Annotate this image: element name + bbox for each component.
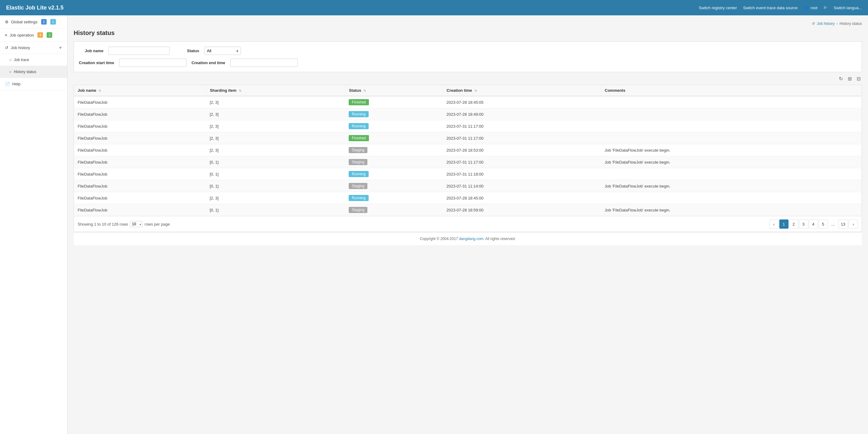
cell-comments: Job 'FileDataFlowJob' execute begin. xyxy=(601,156,862,168)
status-badge: Staging xyxy=(349,159,367,165)
cell-creation-time: 2023-07-28 18:59:00 xyxy=(443,204,601,216)
settings-icon: ⚙ xyxy=(5,20,9,24)
cell-creation-time: 2023-07-28 18:45:05 xyxy=(443,96,601,108)
table-row: FileDataFlowJob [0, 1] Running 2023-07-3… xyxy=(74,168,862,180)
col-comments-label: Comments xyxy=(604,88,625,93)
breadcrumb-icon: ↺ xyxy=(812,22,815,26)
sidebar-label-help: Help xyxy=(12,82,21,86)
user-icon: 👤 xyxy=(804,5,809,10)
per-page-wrapper: 10 25 50 xyxy=(130,221,143,227)
status-badge: Finished xyxy=(349,135,369,141)
page-button-5[interactable]: 5 xyxy=(818,219,828,229)
filter-section: Job name Status All Finished Running Sta… xyxy=(74,41,862,72)
footer-link[interactable]: dangdang.com xyxy=(459,237,483,241)
job-history-icon: ↺ xyxy=(5,45,8,50)
cell-status: Staging xyxy=(345,180,443,192)
cell-job-name: FileDataFlowJob xyxy=(74,156,206,168)
cell-creation-time: 2023-07-31 11:17:00 xyxy=(443,120,601,132)
page-button-2[interactable]: 2 xyxy=(789,219,798,229)
creation-end-input[interactable] xyxy=(230,59,298,67)
cell-creation-time: 2023-07-28 18:49:00 xyxy=(443,108,601,120)
table-row: FileDataFlowJob [2, 3] Running 2023-07-2… xyxy=(74,192,862,204)
sidebar-submenu-job-history: ○ Job trace ○ History status xyxy=(0,54,67,78)
status-select[interactable]: All Finished Running Staging xyxy=(204,46,241,55)
badge-2: 1 xyxy=(50,19,56,25)
sidebar-item-job-history[interactable]: ↺ Job history ▼ xyxy=(0,42,67,54)
col-status-label: Status xyxy=(349,88,361,93)
refresh-icon[interactable]: ↻ xyxy=(838,74,844,83)
col-sharding-label: Sharding item xyxy=(210,88,237,93)
pagination: ‹ 1 2 3 4 5 ... 13 › xyxy=(770,219,858,229)
page-button-1[interactable]: 1 xyxy=(779,219,788,229)
status-badge: Staging xyxy=(349,183,367,189)
creation-start-input[interactable] xyxy=(119,59,187,67)
cell-sharding-item: [2, 3] xyxy=(206,120,345,132)
filter-row-1: Job name Status All Finished Running Sta… xyxy=(79,46,857,55)
rows-per-page-label: rows per page xyxy=(145,222,170,226)
pagination-row: Showing 1 to 10 of 126 rows 10 25 50 row… xyxy=(74,216,862,232)
grid-icon[interactable]: ⊟ xyxy=(856,74,862,83)
next-page-button[interactable]: › xyxy=(849,219,858,229)
cell-job-name: FileDataFlowJob xyxy=(74,144,206,156)
breadcrumb-separator: › xyxy=(836,22,838,26)
cell-status: Staging xyxy=(345,144,443,156)
cell-status: Staging xyxy=(345,156,443,168)
sort-icon[interactable]: ⇅ xyxy=(98,89,101,92)
status-label: Status xyxy=(175,49,199,53)
cell-comments xyxy=(601,96,862,108)
sidebar-item-global-settings[interactable]: ⚙ Global settings 1 1 xyxy=(0,16,67,29)
page-button-3[interactable]: 3 xyxy=(799,219,808,229)
cell-sharding-item: [2, 3] xyxy=(206,108,345,120)
cell-creation-time: 2023-07-31 11:17:00 xyxy=(443,156,601,168)
main-content: ↺ Job history › History status History s… xyxy=(67,16,868,434)
table-row: FileDataFlowJob [2, 3] Finished 2023-07-… xyxy=(74,96,862,108)
page-button-13[interactable]: 13 xyxy=(838,219,848,229)
cell-comments: Job 'FileDataFlowJob' execute begin. xyxy=(601,204,862,216)
cell-creation-time: 2023-07-31 11:17:00 xyxy=(443,132,601,144)
sidebar-item-job-trace[interactable]: ○ Job trace xyxy=(0,54,67,66)
status-select-wrapper: All Finished Running Staging ▾ xyxy=(204,46,241,55)
cell-job-name: FileDataFlowJob xyxy=(74,168,206,180)
cell-status: Finished xyxy=(345,96,443,108)
job-name-input[interactable] xyxy=(108,46,170,55)
sidebar-label-job-history: Job history xyxy=(11,45,30,50)
sort-icon-sharding[interactable]: ⇅ xyxy=(239,89,241,92)
chevron-down-icon: ▼ xyxy=(58,45,62,50)
status-badge: Staging xyxy=(349,207,367,213)
col-comments: Comments xyxy=(601,85,862,96)
status-badge: Running xyxy=(349,111,369,117)
sidebar-item-history-status[interactable]: ○ History status xyxy=(0,66,67,78)
table-row: FileDataFlowJob [2, 3] Finished 2023-07-… xyxy=(74,132,862,144)
status-badge: Running xyxy=(349,195,369,201)
sidebar-label-job-op: Job operation xyxy=(10,33,34,37)
status-badge: Running xyxy=(349,171,369,177)
cell-creation-time: 2023-07-31 11:14:00 xyxy=(443,180,601,192)
table-toolbar: ↻ ⊞ ⊟ xyxy=(74,74,862,83)
switch-registry-link[interactable]: Switch registry center xyxy=(699,5,737,10)
sort-icon-status[interactable]: ⇅ xyxy=(363,89,366,92)
per-page-select[interactable]: 10 25 50 xyxy=(130,221,143,227)
cell-comments xyxy=(601,168,862,180)
breadcrumb-current: History status xyxy=(839,22,862,26)
header-nav: Switch registry center Switch event trac… xyxy=(699,5,862,10)
footer: Copyright © 2004-2017 dangdang.com. All … xyxy=(74,232,862,245)
switch-event-link[interactable]: Switch event trace data source xyxy=(743,5,798,10)
switch-language-link[interactable]: Switch langua... xyxy=(834,5,862,10)
page-button-4[interactable]: 4 xyxy=(809,219,818,229)
table-row: FileDataFlowJob [2, 3] Running 2023-07-3… xyxy=(74,120,862,132)
cell-status: Running xyxy=(345,108,443,120)
filter-row-2: Creation start time Creation end time xyxy=(79,59,857,67)
sidebar-item-help[interactable]: 📄 Help xyxy=(0,78,67,90)
breadcrumb-job-history[interactable]: Job history xyxy=(817,22,835,26)
prev-page-button[interactable]: ‹ xyxy=(770,219,779,229)
sidebar-label-job-trace: Job trace xyxy=(14,58,29,62)
status-badge: Staging xyxy=(349,147,367,153)
cell-sharding-item: [2, 3] xyxy=(206,96,345,108)
sidebar-item-job-operation[interactable]: ≡ Job operation 4 3 xyxy=(0,29,67,42)
sort-icon-creation[interactable]: ⇅ xyxy=(474,89,477,92)
header-user: 👤 root xyxy=(804,5,817,10)
data-table: Job name ⇅ Sharding item ⇅ Status ⇅ Cr xyxy=(74,85,862,232)
columns-icon[interactable]: ⊞ xyxy=(846,74,853,83)
table-row: FileDataFlowJob [0, 1] Staging 2023-07-2… xyxy=(74,204,862,216)
cell-comments xyxy=(601,120,862,132)
